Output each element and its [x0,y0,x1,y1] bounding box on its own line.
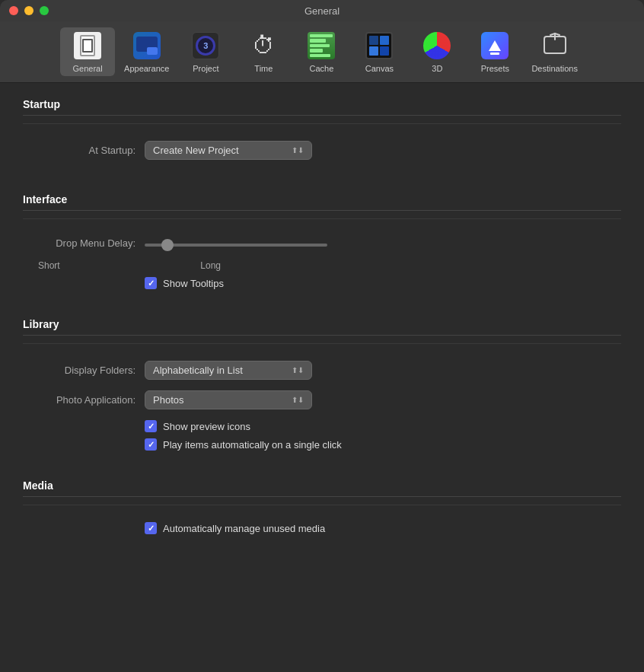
drop-menu-delay-row: Drop Menu Delay: [23,236,621,250]
title-bar: General [0,0,644,21]
tab-destinations[interactable]: Destinations [525,27,584,76]
show-preview-icons-row: ✓ Show preview icons [23,420,621,432]
minimize-button[interactable] [24,6,33,15]
at-startup-chevron-icon: ⬆⬇ [292,146,304,154]
show-preview-icons-checkbox[interactable]: ✓ [145,420,157,432]
tab-project-label: Project [193,64,218,73]
time-icon: ⏱ [248,30,279,61]
general-icon [72,30,103,61]
startup-section-title: Startup [23,98,621,116]
main-content: Startup At Startup: Create New Project ⬆… [0,83,644,578]
media-section-title: Media [23,479,621,497]
tab-general-label: General [72,64,102,73]
destinations-icon [540,30,570,61]
media-section: Media ✓ Automatically manage unused medi… [23,479,621,548]
photo-application-row: Photo Application: Photos ⬆⬇ [23,390,621,409]
canvas-icon [364,30,394,61]
drop-menu-delay-label: Drop Menu Delay: [23,237,145,249]
startup-section-body: At Startup: Create New Project ⬆⬇ [23,133,621,178]
photo-application-label: Photo Application: [23,394,145,406]
interface-divider [23,218,621,219]
slider-max-label: Long [200,260,221,271]
3d-icon [422,30,452,61]
slider-container [145,236,327,250]
tab-appearance[interactable]: Appearance [118,27,175,76]
play-items-check-icon: ✓ [148,440,155,450]
tab-appearance-label: Appearance [124,64,169,73]
show-tooltips-row: ✓ Show Tooltips [23,277,621,289]
tab-general[interactable]: General [60,27,115,76]
play-items-row: ✓ Play items automatically on a single c… [23,438,621,451]
display-folders-chevron-icon: ⬆⬇ [292,366,304,374]
auto-manage-check-icon: ✓ [148,524,155,533]
at-startup-label: At Startup: [23,145,145,156]
maximize-button[interactable] [40,6,49,15]
at-startup-dropdown-value: Create New Project [153,145,239,156]
drop-menu-delay-slider[interactable] [145,244,327,247]
show-preview-icons-label: Show preview icons [163,421,250,432]
at-startup-row: At Startup: Create New Project ⬆⬇ [23,141,621,160]
auto-manage-checkbox[interactable]: ✓ [145,522,157,534]
slider-min-label: Short [38,260,60,271]
media-section-body: ✓ Automatically manage unused media [23,514,621,548]
tab-3d[interactable]: 3D [410,27,464,76]
tab-destinations-label: Destinations [531,64,578,73]
display-folders-label: Display Folders: [23,365,145,376]
tab-3d-label: 3D [432,64,442,73]
startup-divider [23,123,621,124]
presets-icon [480,30,510,61]
at-startup-dropdown[interactable]: Create New Project ⬆⬇ [145,141,312,160]
show-tooltips-label: Show Tooltips [163,278,224,289]
show-tooltips-check-icon: ✓ [148,279,155,288]
tab-time-label: Time [254,64,273,73]
photo-application-chevron-icon: ⬆⬇ [292,396,304,404]
tab-presets[interactable]: Presets [467,27,522,76]
slider-labels: Short Long [23,260,221,271]
window-controls[interactable] [9,6,49,15]
library-section: Library Display Folders: Alphabetically … [23,318,621,464]
tab-time[interactable]: ⏱ Time [236,27,291,76]
show-tooltips-checkbox[interactable]: ✓ [145,277,157,289]
tab-presets-label: Presets [481,64,509,73]
library-section-body: Display Folders: Alphabetically in List … [23,353,621,464]
play-items-checkbox[interactable]: ✓ [145,438,157,451]
photo-application-dropdown[interactable]: Photos ⬆⬇ [145,390,312,409]
interface-section: Interface Drop Menu Delay: Short Long ✓ … [23,193,621,303]
display-folders-dropdown[interactable]: Alphabetically in List ⬆⬇ [145,361,312,380]
auto-manage-row: ✓ Automatically manage unused media [23,522,621,534]
media-divider [23,505,621,505]
window-title: General [304,5,340,17]
display-folders-row: Display Folders: Alphabetically in List … [23,361,621,380]
cache-icon [306,30,336,61]
project-icon: 3 [190,30,221,61]
tab-canvas[interactable]: Canvas [352,27,406,76]
startup-section: Startup At Startup: Create New Project ⬆… [23,98,621,178]
tab-cache[interactable]: Cache [294,27,349,76]
library-section-title: Library [23,318,621,336]
toolbar: General Appearance 3 Project ⏱ Time [0,21,644,83]
appearance-icon [132,30,162,61]
auto-manage-label: Automatically manage unused media [163,523,325,534]
show-preview-icons-check-icon: ✓ [148,422,155,432]
close-button[interactable] [9,6,18,15]
interface-section-body: Drop Menu Delay: Short Long ✓ Show Toolt… [23,228,621,303]
tab-project[interactable]: 3 Project [178,27,233,76]
play-items-label: Play items automatically on a single cli… [163,439,342,451]
photo-application-dropdown-value: Photos [153,394,183,406]
display-folders-dropdown-value: Alphabetically in List [153,365,243,376]
tab-cache-label: Cache [309,64,333,73]
interface-section-title: Interface [23,193,621,211]
library-divider [23,343,621,344]
tab-canvas-label: Canvas [365,64,394,73]
